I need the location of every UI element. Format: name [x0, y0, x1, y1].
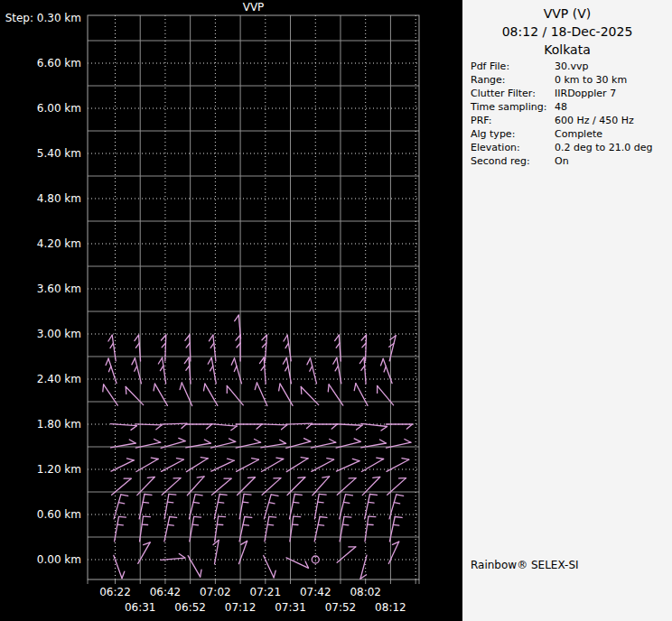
- wind-barb: [208, 357, 216, 384]
- field-label: Elevation:: [471, 141, 520, 154]
- wind-barb: [365, 516, 376, 542]
- x-axis-label: 06:42: [150, 587, 182, 598]
- wind-barb: [290, 495, 303, 519]
- wind-barb: [301, 386, 318, 404]
- wind-barb: [387, 478, 406, 496]
- wind-barb: [238, 477, 256, 496]
- field-value: 0.2 deg to 21.0 deg: [555, 141, 652, 154]
- x-axis-label: 07:12: [225, 602, 257, 614]
- wind-barb: [290, 516, 301, 542]
- wind-barb: [314, 494, 326, 519]
- wind-barb: [187, 477, 204, 496]
- wind-barb: [307, 358, 317, 384]
- wind-barb: [115, 516, 126, 542]
- wind-barb: [361, 458, 383, 471]
- wind-barb: [185, 335, 191, 361]
- x-axis-label: 07:31: [275, 602, 306, 614]
- field-prf: PRF: 600 Hz / 450 Hz: [471, 114, 667, 127]
- wind-barb: [114, 555, 125, 578]
- field-value: 30.vvp: [555, 60, 589, 73]
- wind-barb: [164, 494, 176, 519]
- wind-barb: [340, 516, 351, 542]
- wind-barb-plot: [0, 0, 462, 621]
- wind-barb: [135, 424, 162, 430]
- wind-barb: [362, 477, 379, 495]
- wind-barb: [287, 477, 305, 496]
- wind-barb: [262, 335, 267, 361]
- wind-barb: [284, 335, 291, 361]
- wind-barb: [313, 477, 330, 496]
- x-axis-label: 06:31: [125, 602, 156, 614]
- wind-barb: [139, 495, 152, 519]
- field-label: Clutter Filter:: [471, 87, 536, 100]
- wind-barb: [111, 459, 134, 471]
- product-info-panel: VVP (V) 08:12 / 18-Dec-2025 Kolkata Pdf …: [462, 0, 672, 621]
- field-pdf-file: Pdf File: 30.vvp: [471, 60, 667, 73]
- wind-barb: [111, 424, 137, 431]
- wind-barb: [389, 336, 396, 361]
- panel-title-block: VVP (V) 08:12 / 18-Dec-2025 Kolkata: [462, 5, 672, 59]
- wind-barb: [386, 424, 412, 429]
- field-value: IIRDoppler 7: [555, 87, 616, 100]
- wind-barb: [236, 424, 262, 429]
- wind-barb: [184, 357, 191, 384]
- x-axis-label: 06:22: [99, 587, 131, 598]
- wind-barb: [311, 424, 337, 429]
- vendor-branding: Rainbow® SELEX-SI: [471, 559, 579, 571]
- wind-barb: [137, 477, 154, 495]
- field-value: Complete: [555, 127, 602, 141]
- field-label: Second reg:: [471, 154, 530, 168]
- x-axis-label: 06:52: [174, 602, 206, 614]
- product-parameters: Pdf File: 30.vvp Range: 0 km to 30 km Cl…: [471, 60, 667, 168]
- site-name: Kolkata: [462, 41, 672, 59]
- wind-barb: [212, 478, 231, 495]
- wind-barb: [239, 517, 252, 542]
- wind-barb: [126, 386, 143, 404]
- wind-barb: [186, 458, 208, 472]
- wind-barb: [236, 335, 240, 361]
- wind-barb: [360, 555, 367, 579]
- vvp-application-window: VVP Step: 0.30 km 6.60 km6.00 km5.40 km4…: [0, 0, 672, 621]
- x-axis-label: 07:42: [300, 587, 331, 598]
- wind-barb: [239, 494, 251, 519]
- field-label: Pdf File:: [471, 60, 509, 73]
- x-axis-label: 07:21: [250, 587, 282, 598]
- wind-barb: [209, 335, 216, 361]
- field-clutter-filter: Clutter Filter: IIRDoppler 7: [471, 87, 667, 100]
- wind-barb: [337, 478, 356, 496]
- wind-barb: [161, 423, 187, 428]
- wind-barb: [140, 516, 151, 542]
- wind-barb: [190, 516, 201, 542]
- wind-barb: [389, 495, 404, 519]
- product-datetime: 08:12 / 18-Dec-2025: [462, 23, 672, 41]
- wind-barb: [336, 424, 362, 430]
- field-label: Range:: [471, 73, 506, 87]
- field-label: PRF:: [471, 114, 491, 127]
- wind-barb: [210, 424, 237, 431]
- field-elevation: Elevation: 0.2 deg to 21.0 deg: [471, 141, 667, 154]
- field-alg-type: Alg type: Complete: [471, 127, 667, 141]
- wind-barb: [162, 459, 184, 472]
- wind-barb: [211, 459, 234, 471]
- x-axis-label: 07:02: [200, 587, 231, 598]
- wind-profile-chart: VVP Step: 0.30 km 6.60 km6.00 km5.40 km4…: [0, 0, 462, 621]
- wind-barb: [365, 495, 378, 519]
- wind-barb: [262, 478, 281, 496]
- wind-barb: [158, 357, 165, 384]
- wind-barb: [112, 478, 131, 495]
- wind-barb: [161, 553, 185, 560]
- wind-barb: [265, 516, 276, 542]
- wind-barb: [161, 335, 165, 361]
- wind-barb: [189, 495, 202, 519]
- field-value: On: [555, 154, 569, 168]
- field-value: 48: [555, 100, 567, 114]
- wind-barb: [186, 424, 212, 429]
- wind-barb: [215, 516, 226, 542]
- wind-barb: [314, 517, 327, 542]
- field-value: 600 Hz / 450 Hz: [555, 114, 634, 127]
- field-label: Time sampling:: [471, 100, 546, 114]
- wind-barb: [335, 335, 341, 361]
- wind-barb: [164, 517, 177, 542]
- wind-barb: [214, 495, 227, 519]
- wind-barb: [389, 517, 402, 542]
